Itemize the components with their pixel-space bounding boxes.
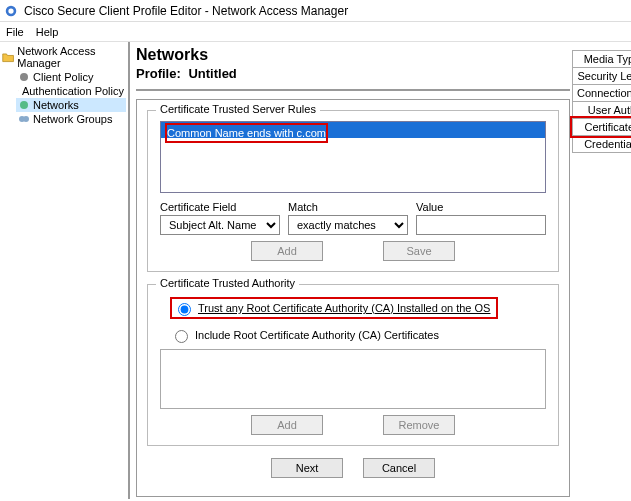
tab-user-auth[interactable]: User Auth (572, 101, 631, 119)
sidebar-item-auth-policy[interactable]: Authentication Policy (16, 84, 126, 98)
svg-point-4 (20, 101, 28, 109)
page-header: Networks Profile: Untitled (136, 44, 570, 91)
rules-list[interactable]: Common Name ends with c.com (160, 121, 546, 193)
sidebar-item-label: Networks (33, 99, 79, 111)
radio-include-ca-label: Include Root Certificate Authority (CA) … (195, 329, 439, 341)
value-input[interactable] (416, 215, 546, 235)
svg-point-2 (20, 73, 28, 81)
tab-media-type[interactable]: Media Type (572, 50, 631, 68)
next-button[interactable]: Next (271, 458, 343, 478)
network-icon (18, 99, 30, 111)
tab-certificates[interactable]: Certificates (572, 118, 631, 136)
tab-connection-type[interactable]: Connection Type (572, 84, 631, 102)
tree-root[interactable]: Network Access Manager (2, 44, 126, 70)
svg-point-6 (23, 116, 29, 122)
radio-trust-os-label: Trust any Root Certificate Authority (CA… (198, 302, 490, 314)
rule-row[interactable]: Common Name ends with c.com (161, 122, 545, 138)
svg-rect-3 (18, 91, 19, 92)
menu-help[interactable]: Help (36, 26, 59, 38)
tab-security-level[interactable]: Security Level (572, 67, 631, 85)
value-label: Value (416, 201, 546, 213)
sidebar-item-label: Authentication Policy (22, 85, 124, 97)
sidebar-item-networks[interactable]: Networks (16, 98, 126, 112)
doc-icon (18, 85, 19, 97)
radio-trust-os-input[interactable] (178, 303, 191, 316)
sidebar-item-client-policy[interactable]: Client Policy (16, 70, 126, 84)
rules-add-button[interactable]: Add (251, 241, 323, 261)
rules-group: Certificate Trusted Server Rules Common … (147, 110, 559, 272)
folder-icon (2, 51, 14, 63)
ca-group: Certificate Trusted Authority Trust any … (147, 284, 559, 446)
ca-group-title: Certificate Trusted Authority (156, 277, 299, 289)
right-tabs: Media Type Security Level Connection Typ… (572, 44, 631, 497)
window-title: Cisco Secure Client Profile Editor - Net… (24, 4, 348, 18)
ca-add-button[interactable]: Add (251, 415, 323, 435)
cert-field-select[interactable]: Subject Alt. Name (160, 215, 280, 235)
sidebar: Network Access Manager Client Policy Aut… (0, 42, 130, 499)
radio-include-ca-input[interactable] (175, 330, 188, 343)
page-title: Networks (136, 46, 570, 64)
match-label: Match (288, 201, 408, 213)
rule-text: Common Name ends with c.com (165, 123, 328, 143)
rules-save-button[interactable]: Save (383, 241, 455, 261)
cert-field-label: Certificate Field (160, 201, 280, 213)
group-icon (18, 113, 30, 125)
tab-credentials[interactable]: Credentials (572, 135, 631, 153)
radio-trust-os[interactable]: Trust any Root Certificate Authority (CA… (170, 297, 498, 319)
profile-label: Profile: (136, 66, 181, 81)
profile-value: Untitled (188, 66, 236, 81)
ca-list[interactable] (160, 349, 546, 409)
svg-point-1 (8, 8, 13, 13)
radio-include-ca[interactable]: Include Root Certificate Authority (CA) … (170, 327, 546, 343)
menubar: File Help (0, 22, 631, 42)
tree-root-label: Network Access Manager (17, 45, 126, 69)
rules-group-title: Certificate Trusted Server Rules (156, 103, 320, 115)
app-icon (4, 4, 18, 18)
titlebar: Cisco Secure Client Profile Editor - Net… (0, 0, 631, 22)
ca-remove-button[interactable]: Remove (383, 415, 455, 435)
match-select[interactable]: exactly matches (288, 215, 408, 235)
sidebar-item-network-groups[interactable]: Network Groups (16, 112, 126, 126)
menu-file[interactable]: File (6, 26, 24, 38)
cancel-button[interactable]: Cancel (363, 458, 435, 478)
sidebar-item-label: Network Groups (33, 113, 112, 125)
sidebar-item-label: Client Policy (33, 71, 94, 83)
gear-icon (18, 71, 30, 83)
